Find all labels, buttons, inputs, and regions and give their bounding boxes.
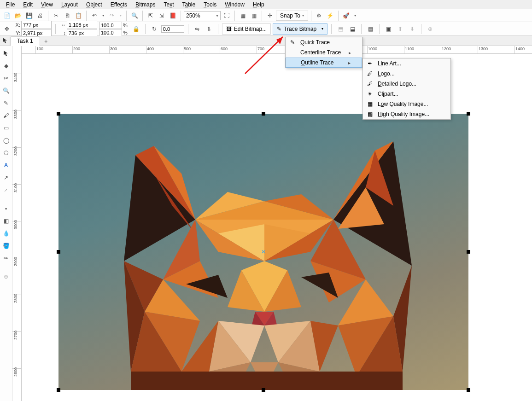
menu-object[interactable]: Object xyxy=(82,0,106,9)
fullscreen-icon[interactable]: ⛶ xyxy=(222,11,232,21)
selection-handle[interactable] xyxy=(57,112,60,116)
menu-item-line-art[interactable]: ✒ Line Art... xyxy=(363,58,450,69)
mirror-v-icon[interactable]: ⥮ xyxy=(204,24,214,34)
pick-tool-icon[interactable] xyxy=(0,35,10,46)
search-icon[interactable]: 🔍 xyxy=(129,11,140,21)
launch-icon[interactable]: 🚀 xyxy=(341,11,351,21)
import-icon[interactable]: ⇱ xyxy=(146,11,156,21)
menu-item-detailed-logo[interactable]: 🖋 Detailed Logo... xyxy=(363,79,450,89)
new-icon[interactable]: 📄 xyxy=(2,11,12,21)
rectangle-tool-icon[interactable]: ▭ xyxy=(1,123,11,133)
menu-item-low-quality[interactable]: ▦ Low Quality Image... xyxy=(363,99,450,109)
export-icon[interactable]: ⇲ xyxy=(157,11,167,21)
menu-item-quick-trace[interactable]: ✎ Quick Trace xyxy=(286,37,362,47)
selected-bitmap[interactable]: ✕ xyxy=(58,114,468,390)
pick-tool-icon[interactable] xyxy=(1,49,11,58)
document-tab[interactable]: Task 1 xyxy=(10,36,40,46)
selection-handle[interactable] xyxy=(467,250,470,254)
menu-file[interactable]: FFileile xyxy=(2,0,19,9)
menu-effects[interactable]: Effects xyxy=(106,0,131,9)
scale-y-input[interactable] xyxy=(99,29,122,36)
zoom-tool-icon[interactable]: 🔍 xyxy=(1,86,11,95)
eyedropper-tool-icon[interactable]: 💧 xyxy=(1,229,11,238)
trace-bitmap-button[interactable]: ✎ Trace Bitmap ▾ xyxy=(273,23,327,35)
menu-item-clipart[interactable]: ✴ Clipart... xyxy=(363,89,450,99)
crop-tool-icon[interactable]: ✂ xyxy=(1,74,11,83)
publish-pdf-icon[interactable]: 📕 xyxy=(168,11,178,21)
order-back-icon[interactable]: ⬇ xyxy=(407,24,417,34)
menu-item-outline-trace[interactable]: Outline Trace ▸ xyxy=(286,58,362,68)
resample-icon[interactable]: ⬓ xyxy=(347,24,357,34)
selection-handle[interactable] xyxy=(262,388,265,392)
menu-edit[interactable]: Edit xyxy=(19,0,37,9)
save-icon[interactable]: 💾 xyxy=(24,11,34,21)
rotation-input[interactable] xyxy=(161,25,184,33)
width-input[interactable] xyxy=(67,21,97,29)
print-icon[interactable]: 🖨 xyxy=(35,11,45,21)
order-front-icon[interactable]: ⬆ xyxy=(395,24,405,34)
edit-bitmap-button[interactable]: 🖼 Edit Bitmap... xyxy=(222,23,271,35)
selection-handle[interactable] xyxy=(57,388,60,392)
add-tool-icon[interactable]: ⊕ xyxy=(1,272,11,281)
options-icon[interactable]: ⚙ xyxy=(314,11,324,21)
blank-icon xyxy=(288,48,297,57)
menu-view[interactable]: View xyxy=(37,0,57,9)
tab-label: Task 1 xyxy=(17,38,33,44)
menu-help[interactable]: Help xyxy=(249,0,269,9)
grid-icon[interactable]: ▥ xyxy=(249,11,259,21)
menu-item-centerline-trace[interactable]: Centerline Trace ▸ xyxy=(286,47,362,58)
freehand-tool-icon[interactable]: ✎ xyxy=(1,99,11,108)
copy-icon[interactable]: ⎘ xyxy=(62,11,72,21)
zoom-level[interactable]: 250% ▾ xyxy=(184,11,221,20)
separator xyxy=(48,11,48,21)
separator xyxy=(234,11,235,21)
undo-icon[interactable]: ↶ xyxy=(89,11,99,21)
cut-icon[interactable]: ✂ xyxy=(51,11,61,21)
paste-icon[interactable]: 📋 xyxy=(73,11,83,21)
polygon-tool-icon[interactable]: ⬠ xyxy=(1,148,11,157)
menu-layout[interactable]: Layout xyxy=(57,0,82,9)
ellipse-tool-icon[interactable]: ◯ xyxy=(1,136,11,145)
undo-dropdown-icon[interactable]: ▾ xyxy=(100,11,106,21)
selection-handle[interactable] xyxy=(467,388,470,392)
mirror-h-icon[interactable]: ⇋ xyxy=(192,24,202,34)
selection-handle[interactable] xyxy=(262,112,265,116)
add-icon[interactable]: ⊕ xyxy=(425,24,435,34)
redo-icon[interactable]: ↷ xyxy=(107,11,117,21)
menu-table[interactable]: Table xyxy=(178,0,200,9)
svg-marker-48 xyxy=(131,372,403,390)
shape-tool-icon[interactable]: ◆ xyxy=(1,61,11,70)
outline-tool-icon[interactable]: ✏ xyxy=(1,254,11,263)
align-icon[interactable]: ▤ xyxy=(365,24,375,34)
artistic-media-icon[interactable]: 🖌 xyxy=(1,111,11,120)
wrap-icon[interactable]: ▣ xyxy=(383,24,393,34)
chevron-down-icon: ▾ xyxy=(302,13,304,17)
dropshadow-tool-icon[interactable]: ▪ xyxy=(1,204,11,213)
menu-window[interactable]: Window xyxy=(221,0,249,9)
launch-dropdown-icon[interactable]: ▾ xyxy=(352,11,358,21)
canvas[interactable]: ✕ xyxy=(22,54,532,401)
selection-handle[interactable] xyxy=(467,112,470,116)
fill-tool-icon[interactable]: 🪣 xyxy=(1,241,11,250)
menu-item-logo[interactable]: 🖊 Logo... xyxy=(363,69,450,79)
text-tool-icon[interactable]: A xyxy=(1,161,11,170)
snap-icon[interactable]: ✛ xyxy=(265,11,275,21)
menu-item-high-quality[interactable]: ▩ High Quality Image... xyxy=(363,109,450,119)
crop-icon[interactable]: ⬒ xyxy=(335,24,345,34)
menu-text[interactable]: Text xyxy=(159,0,178,9)
parallel-dim-icon[interactable]: ↗ xyxy=(1,173,11,182)
x-position-input[interactable] xyxy=(21,21,52,29)
open-icon[interactable]: 📂 xyxy=(13,11,23,21)
redo-dropdown-icon[interactable]: ▾ xyxy=(118,11,123,21)
selection-handle[interactable] xyxy=(57,250,60,254)
new-tab-button[interactable]: + xyxy=(42,37,50,46)
rulers-icon[interactable]: ▦ xyxy=(238,11,248,21)
scale-x-input[interactable] xyxy=(99,22,122,29)
transparency-tool-icon[interactable]: ◧ xyxy=(1,216,11,226)
connector-tool-icon[interactable]: ⟋ xyxy=(1,186,11,195)
menu-tools[interactable]: Tools xyxy=(199,0,221,9)
options2-icon[interactable]: ⚡ xyxy=(325,11,335,21)
lock-ratio-icon[interactable]: 🔒 xyxy=(131,24,141,34)
snap-to-dropdown[interactable]: Snap To ▾ xyxy=(276,11,308,21)
menu-bitmaps[interactable]: Bitmaps xyxy=(131,0,159,9)
